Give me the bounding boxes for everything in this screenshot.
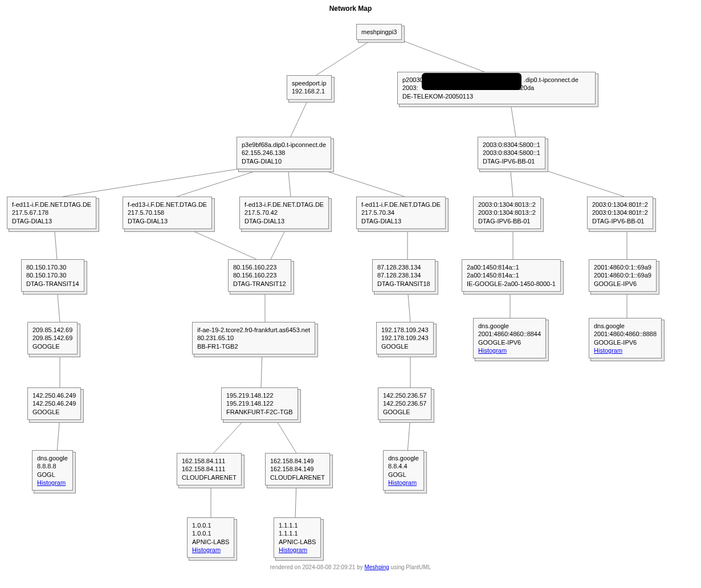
node-line: DTAG-DIAL10 xyxy=(242,157,326,165)
node-line: 142.250.236.57 xyxy=(383,391,426,399)
svg-line-12 xyxy=(271,225,288,259)
node-line: GOOGLE xyxy=(381,342,429,350)
node-t14: 80.150.170.30 80.150.170.30 DTAG-TRANSIT… xyxy=(21,259,84,292)
node-line: DTAG-DIAL13 xyxy=(12,217,91,225)
node-line: 142.250.46.249 xyxy=(32,391,76,399)
svg-line-16 xyxy=(57,288,60,322)
svg-line-11 xyxy=(180,225,256,259)
node-line: DTAG-DIAL13 xyxy=(128,217,207,225)
node-line: DTAG-TRANSIT14 xyxy=(26,280,79,288)
node-line: 209.85.142.69 xyxy=(32,334,72,342)
node-line: 2003:0:8304:5800::1 xyxy=(483,141,540,149)
node-line: dns.google xyxy=(594,322,657,330)
node-line: DTAG-IPV6-BB-01 xyxy=(483,157,540,165)
node-line: 2001:4860:4860::8888 xyxy=(594,330,657,338)
histogram-link[interactable]: Histogram xyxy=(192,546,221,553)
histogram-link[interactable]: Histogram xyxy=(279,546,307,553)
node-line: GOOGLE xyxy=(32,342,72,350)
node-line: 142.250.46.249 xyxy=(32,399,76,407)
node-fed13a: f-ed13-i.F.DE.NET.DTAG.DE 217.5.70.158 D… xyxy=(123,197,212,229)
histogram-link[interactable]: Histogram xyxy=(478,347,507,354)
node-gv6: 2001:4860:0:1::69a9 2001:4860:0:1::69a9 … xyxy=(589,259,657,292)
node-line: DTAG-DIAL13 xyxy=(361,217,441,225)
node-line: 8.8.4.4 xyxy=(388,462,419,470)
node-line: 1.0.0.1 xyxy=(192,521,229,529)
svg-line-3 xyxy=(510,100,516,137)
node-line: 2003:0:1304:801f::2 xyxy=(592,209,648,217)
svg-line-5 xyxy=(177,165,274,197)
node-line: 1.0.0.1 xyxy=(192,529,229,537)
node-dns4: dns.google 8.8.4.4 GOGL Histogram xyxy=(383,450,424,491)
node-line: 80.231.65.10 xyxy=(197,334,310,342)
node-line: APNIC-LABS xyxy=(192,538,229,546)
svg-line-29 xyxy=(295,483,296,518)
node-line: 2001:4860:4860::8844 xyxy=(478,330,541,338)
node-line: f-ed13-i.F.DE.NET.DTAG.DE xyxy=(128,201,207,209)
node-line: 195.219.148.122 xyxy=(226,391,293,399)
node-line: DTAG-IPV6-BB-01 xyxy=(478,217,536,225)
node-dnsg2: dns.google 2001:4860:4860::8888 GOOGLE-I… xyxy=(589,318,662,358)
node-line: GOOGLE-IPV6 xyxy=(594,280,651,288)
node-line: 162.158.84.149 xyxy=(270,457,325,465)
node-line: DE-TELEKOM-20050113 xyxy=(402,92,590,100)
node-g2: 192.178.109.243 192.178.109.243 GOOGLE xyxy=(376,322,434,354)
node-line: 8.8.8.8 xyxy=(37,462,68,470)
node-line: 142.250.236.57 xyxy=(383,399,426,407)
node-root: meshpingpi3 xyxy=(356,24,402,40)
node-line: f-ed11-i.F.DE.NET.DTAG.DE xyxy=(12,201,91,209)
node-line: 1.1.1.1 xyxy=(279,529,316,537)
node-line: 162.158.84.111 xyxy=(182,465,237,473)
histogram-link[interactable]: Histogram xyxy=(594,347,622,354)
svg-line-7 xyxy=(308,165,405,197)
node-ftgb: 195.219.148.122 195.219.148.122 FRANKFUR… xyxy=(221,387,298,420)
node-line: APNIC-LABS xyxy=(279,538,316,546)
node-v6a: 2003:0:8304:5800::1 2003:0:8304:5800::1 … xyxy=(478,137,545,169)
node-g3: 142.250.46.249 142.250.46.249 GOOGLE xyxy=(27,387,81,420)
node-line: 87.128.238.134 xyxy=(377,271,430,279)
histogram-link[interactable]: Histogram xyxy=(388,479,417,486)
node-dnsg1: dns.google 2001:4860:4860::8844 GOOGLE-I… xyxy=(473,318,546,358)
node-line: 80.150.170.30 xyxy=(26,271,79,279)
node-line: IE-GOOGLE-2a00-1450-8000-1 xyxy=(467,280,556,288)
svg-line-10 xyxy=(54,225,57,259)
node-g4: 142.250.236.57 142.250.236.57 GOOGLE xyxy=(378,387,431,420)
node-line: 87.128.238.134 xyxy=(377,263,430,271)
node-line: p3e9bf68a.dip0.t-ipconnect.de xyxy=(242,141,326,149)
node-line: DTAG-TRANSIT18 xyxy=(377,280,430,288)
svg-line-27 xyxy=(407,416,410,453)
node-line: 217.5.70.158 xyxy=(128,209,207,217)
node-line: 2001:4860:0:1::69a9 xyxy=(594,263,651,271)
svg-line-4 xyxy=(63,165,262,197)
node-line: 80.150.170.30 xyxy=(26,263,79,271)
node-line: 162.158.84.149 xyxy=(270,465,325,473)
node-line: speedport.ip xyxy=(292,79,327,87)
node-line: DTAG-TRANSIT12 xyxy=(233,280,286,288)
node-line: 2a00:1450:814a::1 xyxy=(467,271,556,279)
node-line: dns.google xyxy=(478,322,541,330)
node-line: 192.168.2.1 xyxy=(292,87,327,95)
text: p20030 xyxy=(402,76,423,83)
histogram-link[interactable]: Histogram xyxy=(37,479,66,486)
node-fed11a: f-ed11-i.F.DE.NET.DTAG.DE 217.5.67.178 D… xyxy=(7,197,96,229)
node-line: FRANKFURT-F2C-TGB xyxy=(226,408,293,416)
svg-line-2 xyxy=(291,94,311,137)
node-line: 2003:0:8304:5800::1 xyxy=(483,149,540,157)
node-ap2: 1.1.1.1 1.1.1.1 APNIC-LABS Histogram xyxy=(274,517,321,558)
node-v6b: 2003:0:1304:8013::2 2003:0:1304:8013::2 … xyxy=(473,197,541,229)
svg-line-1 xyxy=(393,37,490,74)
node-line: 2003:0:1304:8013::2 xyxy=(478,209,536,217)
node-line: 162.158.84.111 xyxy=(182,457,237,465)
node-p3e: p3e9bf68a.dip0.t-ipconnect.de 62.155.246… xyxy=(237,137,331,169)
text: .dip0.t-ipconnect.de xyxy=(524,76,578,83)
node-line: 2003:0:1304:801f::2 xyxy=(592,201,648,209)
node-line: CLOUDFLARENET xyxy=(182,473,237,481)
svg-line-24 xyxy=(57,416,60,453)
redaction xyxy=(422,73,521,90)
node-line: f-ed13-i.F.DE.NET.DTAG.DE xyxy=(244,201,324,209)
node-line: 192.178.109.243 xyxy=(381,334,429,342)
node-line: dns.google xyxy=(388,454,419,462)
node-line: 195.219.148.122 xyxy=(226,399,293,407)
node-ie: 2a00:1450:814a::1 2a00:1450:814a::1 IE-G… xyxy=(462,259,561,292)
svg-line-8 xyxy=(510,165,513,197)
svg-line-0 xyxy=(313,37,376,77)
